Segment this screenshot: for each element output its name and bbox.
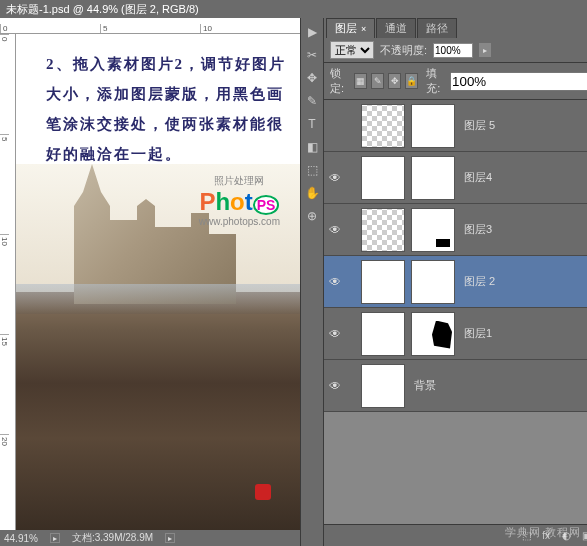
ruler-horizontal: 0510	[0, 18, 300, 34]
tool-arrange[interactable]: ▶	[301, 21, 323, 43]
tab-paths[interactable]: 路径	[417, 18, 457, 38]
layer-row[interactable]: 图层 5	[324, 100, 587, 152]
fx-button[interactable]: fx	[537, 528, 555, 544]
zoom-level[interactable]: 44.91%	[4, 533, 38, 544]
mask-thumbnail[interactable]	[411, 104, 455, 148]
layer-row[interactable]: 👁 图层 2	[324, 256, 587, 308]
tool-slice[interactable]: ✂	[301, 44, 323, 66]
layer-panel-footer: ⬚ fx ◐ ▣ ⊡ 🗑	[324, 524, 587, 546]
fill-input[interactable]	[450, 72, 587, 91]
layer-name[interactable]: 图层1	[464, 326, 587, 341]
doc-size: 文档:3.39M/28.9M	[72, 531, 153, 545]
layer-name[interactable]: 图层3	[464, 222, 587, 237]
tool-shape[interactable]: ⬚	[301, 159, 323, 181]
mask-thumbnail[interactable]	[411, 156, 455, 200]
opacity-arrow[interactable]: ▸	[479, 43, 491, 57]
statusbar: 44.91% ▸ 文档:3.39M/28.9M ▸	[0, 530, 300, 546]
link-layers-button[interactable]: ⬚	[517, 528, 535, 544]
layer-row[interactable]: 👁 图层1	[324, 308, 587, 360]
panels: 图层× 通道 路径 正常 不透明度: ▸ 锁定: ▦ ✎ ✥ 🔒 填充: ▸	[324, 18, 587, 546]
layer-row[interactable]: 👁 背景 🔒	[324, 360, 587, 412]
mask-button[interactable]: ◐	[557, 528, 575, 544]
visibility-toggle[interactable]: 👁	[326, 327, 344, 341]
visibility-toggle[interactable]: 👁	[326, 275, 344, 289]
toolbox: ▶ ✂ ✥ ✎ T ◧ ⬚ ✋ ⊕	[300, 18, 324, 546]
layer-thumbnail[interactable]	[361, 208, 405, 252]
logo-url: www.photops.com	[199, 216, 280, 227]
layer-row[interactable]: 👁 图层3	[324, 204, 587, 256]
logo-main: PhotPS	[199, 188, 280, 216]
seal-stamp	[255, 480, 285, 520]
fill-label: 填充:	[426, 66, 446, 96]
visibility-toggle[interactable]: 👁	[326, 223, 344, 237]
logo-caption: 照片处理网	[199, 174, 280, 188]
close-icon[interactable]: ×	[361, 24, 366, 34]
zoom-arrow[interactable]: ▸	[50, 533, 60, 543]
lock-all-icon[interactable]: 🔒	[405, 73, 418, 89]
tool-zoom[interactable]: ⊕	[301, 205, 323, 227]
lock-fill-row: 锁定: ▦ ✎ ✥ 🔒 填充: ▸	[324, 63, 587, 100]
main-area: 0510 05101520 2、拖入素材图片2，调节好图片大小，添加图层蒙版，用…	[0, 18, 587, 546]
blend-mode-select[interactable]: 正常	[330, 41, 374, 59]
layer-thumbnail[interactable]	[361, 364, 405, 408]
doc-arrow[interactable]: ▸	[165, 533, 175, 543]
mask-thtumbnail[interactable]	[411, 312, 455, 356]
visibility-toggle[interactable]: 👁	[326, 171, 344, 185]
lock-label: 锁定:	[330, 66, 350, 96]
canvas[interactable]: 2、拖入素材图片2，调节好图片大小，添加图层蒙版，用黑色画笔涂沫交接处，使两张素…	[16, 34, 300, 530]
tool-brush[interactable]: ✎	[301, 90, 323, 112]
tool-align[interactable]: ◧	[301, 136, 323, 158]
ruler-vertical: 05101520	[0, 34, 16, 530]
lock-position-icon[interactable]: ✥	[388, 73, 401, 89]
tool-hand[interactable]: ✋	[301, 182, 323, 204]
instruction-text: 2、拖入素材图片2，调节好图片大小，添加图层蒙版，用黑色画笔涂沫交接处，使两张素…	[46, 49, 290, 169]
layer-name[interactable]: 背景	[414, 378, 587, 393]
document: 2、拖入素材图片2，调节好图片大小，添加图层蒙版，用黑色画笔涂沫交接处，使两张素…	[16, 34, 300, 530]
layer-thumbnail[interactable]	[361, 260, 405, 304]
layers-list: 图层 5 👁 图层4 👁 图层3 👁 图层 2	[324, 100, 587, 524]
panel-tabs: 图层× 通道 路径	[324, 18, 587, 38]
tool-move[interactable]: ✥	[301, 67, 323, 89]
layer-thumbnail[interactable]	[361, 312, 405, 356]
layer-thumbnail[interactable]	[361, 156, 405, 200]
visibility-toggle[interactable]: 👁	[326, 379, 344, 393]
blend-opacity-row: 正常 不透明度: ▸	[324, 38, 587, 63]
tab-layers[interactable]: 图层×	[326, 18, 375, 38]
adjustment-button[interactable]: ▣	[577, 528, 587, 544]
tool-type[interactable]: T	[301, 113, 323, 135]
lock-transparency-icon[interactable]: ▦	[354, 73, 367, 89]
canvas-area: 0510 05101520 2、拖入素材图片2，调节好图片大小，添加图层蒙版，用…	[0, 18, 300, 546]
tab-channels[interactable]: 通道	[376, 18, 416, 38]
mask-thumbnail[interactable]	[411, 260, 455, 304]
layer-name[interactable]: 图层 5	[464, 118, 587, 133]
layer-row[interactable]: 👁 图层4	[324, 152, 587, 204]
opacity-input[interactable]	[433, 43, 473, 58]
layer-thumbnail[interactable]	[361, 104, 405, 148]
document-title: 未标题-1.psd @ 44.9% (图层 2, RGB/8)	[0, 0, 587, 18]
lock-brush-icon[interactable]: ✎	[371, 73, 384, 89]
layer-name[interactable]: 图层 2	[464, 274, 587, 289]
mask-thumbnail[interactable]	[411, 208, 455, 252]
opacity-label: 不透明度:	[380, 43, 427, 58]
photops-logo: 照片处理网 PhotPS www.photops.com	[199, 174, 280, 227]
layer-name[interactable]: 图层4	[464, 170, 587, 185]
